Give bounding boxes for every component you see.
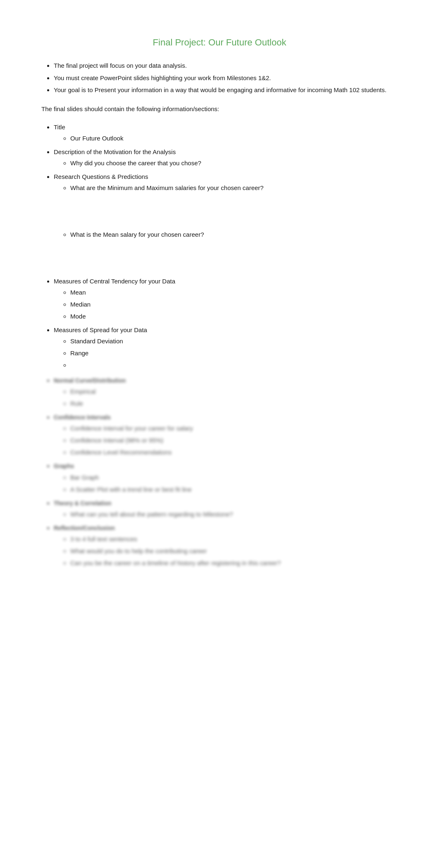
section-spread: Measures of Spread for your Data Standar… bbox=[54, 324, 398, 371]
main-sections-list: Title Our Future Outlook Description of … bbox=[41, 121, 398, 193]
blurred-sub-scatter-plot: A Scatter Plot with a trend line or best… bbox=[70, 484, 398, 495]
spacer-1 bbox=[41, 196, 398, 229]
blurred-sub-ci-recommendations: Confidence Level Recommendations bbox=[70, 447, 398, 458]
lower-sections-list: Measures of Central Tendency for your Da… bbox=[41, 276, 398, 371]
blurred-sub-ci-career: Confidence Interval for your career for … bbox=[70, 423, 398, 434]
sub-item-std-dev: Standard Deviation bbox=[70, 335, 398, 347]
blurred-section-theory: Theory & Correlation What can you tell a… bbox=[54, 497, 398, 520]
blurred-sub-empirical: Empirical bbox=[70, 386, 398, 397]
blurred-section-confidence: Confidence Intervals Confidence Interval… bbox=[54, 411, 398, 458]
section-title: Title Our Future Outlook bbox=[54, 121, 398, 144]
spacer-list-item: What is the Mean salary for your chosen … bbox=[41, 229, 398, 240]
sub-item-mean: Mean bbox=[70, 287, 398, 298]
blurred-main-list: Normal Curve/Distribution Empirical Rule… bbox=[41, 375, 398, 568]
intro-item-1: The final project will focus on your dat… bbox=[54, 60, 398, 71]
blurred-sub-bar-graph: Bar Graph bbox=[70, 472, 398, 483]
sub-item-mode: Mode bbox=[70, 311, 398, 322]
sub-item-min-max: What are the Minimum and Maximum salarie… bbox=[70, 182, 398, 193]
section-motivation: Description of the Motivation for the An… bbox=[54, 146, 398, 169]
spacer-2 bbox=[41, 243, 398, 276]
sub-item: Why did you choose the career that you c… bbox=[70, 157, 398, 169]
blurred-sub-rule: Rule bbox=[70, 398, 398, 409]
intro-item-2: You must create PowerPoint slides highli… bbox=[54, 73, 398, 83]
sub-item: Our Future Outlook bbox=[70, 133, 398, 144]
section-central-tendency: Measures of Central Tendency for your Da… bbox=[54, 276, 398, 322]
sub-item-empty bbox=[70, 359, 398, 371]
sub-item-median: Median bbox=[70, 299, 398, 310]
blurred-sub-ci-level: Confidence Interval (98% or 95%) bbox=[70, 435, 398, 446]
mean-salary-item: What is the Mean salary for your chosen … bbox=[70, 229, 398, 240]
section-research-questions: Research Questions & Predictions What ar… bbox=[54, 171, 398, 193]
intro-list: The final project will focus on your dat… bbox=[41, 60, 398, 95]
blurred-sub-sentences: 3 to 4 full text sentences bbox=[70, 533, 398, 545]
intro-item-3: Your goal is to Present your information… bbox=[54, 85, 398, 95]
blurred-section-normal-curve: Normal Curve/Distribution Empirical Rule bbox=[54, 375, 398, 409]
blurred-sub-pattern: What can you tell about the pattern rega… bbox=[70, 509, 398, 520]
blurred-sub-help: What would you do to help the contributi… bbox=[70, 545, 398, 556]
blurred-content: Normal Curve/Distribution Empirical Rule… bbox=[41, 375, 398, 568]
sub-item-range: Range bbox=[70, 347, 398, 359]
page-title: Final Project: Our Future Outlook bbox=[41, 37, 398, 48]
mean-spacer-list: What is the Mean salary for your chosen … bbox=[41, 229, 398, 240]
blurred-section-graphs: Graphs Bar Graph A Scatter Plot with a t… bbox=[54, 460, 398, 495]
blurred-sub-timeline: Can you be the career on a timeline of h… bbox=[70, 557, 398, 568]
blurred-section-reflection: Reflection/Conclusion 3 to 4 full text s… bbox=[54, 522, 398, 568]
intro-paragraph: The final slides should contain the foll… bbox=[41, 104, 398, 114]
